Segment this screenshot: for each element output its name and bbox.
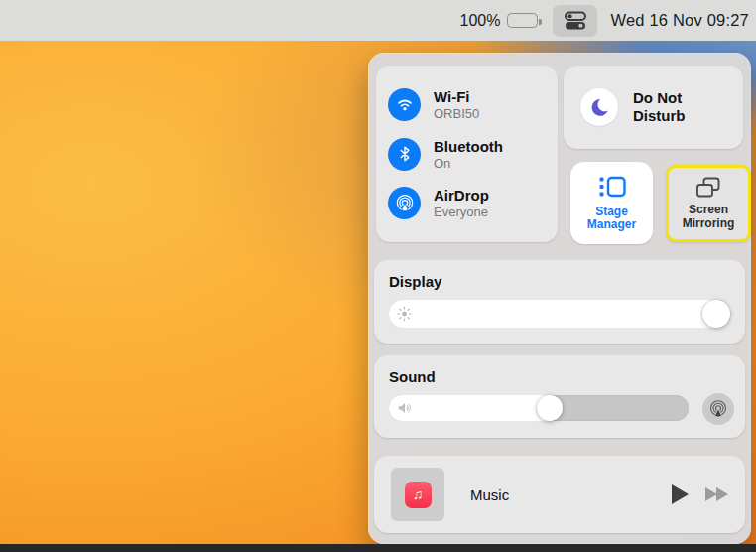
volume-speaker-icon [397,401,413,415]
screen-mirroring-label: Screen Mirroring [679,204,738,230]
control-center-panel: Wi-Fi ORBI50 Bluetooth On [368,53,751,544]
stage-manager-card[interactable]: Stage Manager [570,162,653,244]
music-app-label: Music [470,486,509,503]
menubar-clock[interactable]: Wed 16 Nov 09:27 [610,11,749,30]
brightness-sun-icon [397,307,412,322]
airdrop-label: AirDrop [434,187,489,205]
screen-mirroring-icon [695,177,721,199]
bluetooth-text: Bluetooth On [434,138,503,171]
control-center-button[interactable] [553,5,597,37]
screen-bottom-edge [0,544,756,552]
display-label: Display [389,273,730,290]
music-card[interactable]: ♫ Music [374,456,745,533]
airdrop-text: AirDrop Everyone [434,187,489,219]
music-controls [672,484,728,504]
stage-manager-label: Stage Manager [583,206,641,232]
wifi-text: Wi-Fi ORBI50 [434,88,479,121]
sound-card: Sound [374,355,745,438]
moon-icon-circle [580,88,618,126]
bluetooth-row[interactable]: Bluetooth On [388,138,558,171]
control-center-toggles-icon [564,11,587,31]
screen-mirroring-card[interactable]: Screen Mirroring [666,165,751,242]
music-app-icon: ♫ [405,482,432,508]
wifi-row[interactable]: Wi-Fi ORBI50 [388,88,558,121]
stage-manager-icon [598,175,626,199]
battery-percent[interactable]: 100% [460,12,501,30]
airdrop-row[interactable]: AirDrop Everyone [388,187,558,219]
battery-icon[interactable] [507,13,538,28]
connectivity-card: Wi-Fi ORBI50 Bluetooth On [376,66,558,242]
wifi-label: Wi-Fi [434,88,479,106]
sound-label: Sound [389,368,730,385]
volume-knob[interactable] [537,395,563,421]
brightness-slider[interactable] [389,300,730,328]
airplay-audio-icon [708,399,728,419]
moon-icon [588,96,610,118]
display-card: Display [374,260,745,344]
do-not-disturb-card[interactable]: Do Not Disturb [564,66,743,149]
airdrop-icon [388,187,421,219]
play-icon[interactable] [672,484,689,504]
menu-bar: 100% Wed 16 Nov 09:27 [0,0,756,41]
brightness-fill [389,300,730,328]
bluetooth-label: Bluetooth [434,138,503,156]
do-not-disturb-label: Do Not Disturb [633,89,698,125]
brightness-knob[interactable] [702,300,730,328]
wifi-icon [388,88,421,121]
volume-slider[interactable] [389,395,689,421]
battery-nub [539,19,542,25]
wifi-network-name: ORBI50 [434,106,479,121]
volume-fill [389,395,563,421]
fast-forward-icon[interactable] [705,487,728,501]
bluetooth-icon [388,138,421,171]
album-art-placeholder: ♫ [391,468,444,521]
airdrop-mode: Everyone [434,205,489,219]
airplay-audio-button[interactable] [702,393,734,425]
bluetooth-status: On [434,156,503,171]
